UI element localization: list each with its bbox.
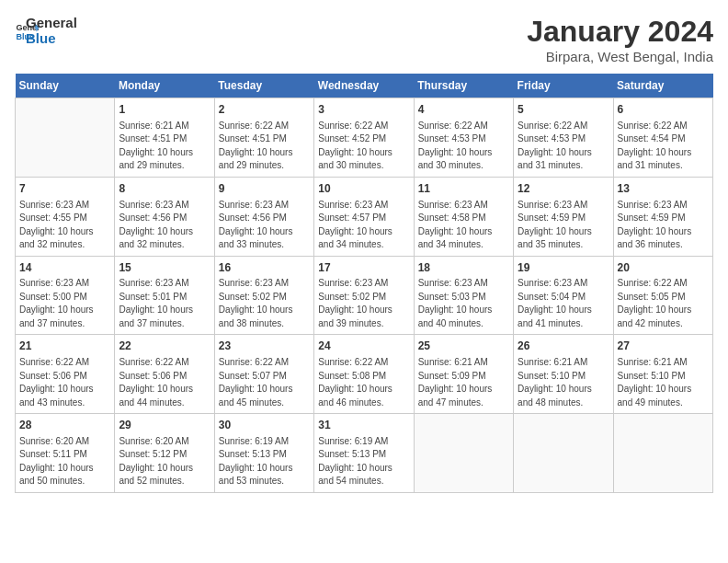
day-number: 18 [418, 260, 509, 276]
calendar-cell [514, 414, 613, 493]
calendar-cell: 17Sunrise: 6:23 AM Sunset: 5:02 PM Dayli… [314, 256, 414, 335]
day-number: 12 [518, 181, 609, 197]
calendar-cell: 14Sunrise: 6:23 AM Sunset: 5:00 PM Dayli… [16, 256, 115, 335]
calendar-cell: 22Sunrise: 6:22 AM Sunset: 5:06 PM Dayli… [115, 335, 214, 414]
day-number: 5 [518, 102, 609, 118]
day-number: 2 [219, 102, 310, 118]
day-number: 27 [618, 339, 709, 354]
header-friday: Friday [514, 74, 613, 98]
day-number: 25 [418, 339, 509, 354]
day-info: Sunrise: 6:22 AM Sunset: 5:08 PM Dayligh… [318, 356, 409, 409]
day-info: Sunrise: 6:23 AM Sunset: 5:03 PM Dayligh… [418, 277, 509, 330]
day-number: 30 [219, 418, 310, 433]
header-wednesday: Wednesday [314, 74, 414, 98]
day-number: 22 [119, 339, 210, 354]
calendar-cell [414, 414, 513, 493]
day-number: 11 [418, 181, 509, 197]
day-info: Sunrise: 6:22 AM Sunset: 5:06 PM Dayligh… [119, 356, 210, 409]
day-info: Sunrise: 6:23 AM Sunset: 4:56 PM Dayligh… [219, 199, 310, 252]
calendar-cell: 15Sunrise: 6:23 AM Sunset: 5:01 PM Dayli… [115, 256, 214, 335]
week-row-2: 14Sunrise: 6:23 AM Sunset: 5:00 PM Dayli… [16, 256, 713, 335]
day-info: Sunrise: 6:23 AM Sunset: 5:04 PM Dayligh… [518, 277, 609, 330]
day-info: Sunrise: 6:19 AM Sunset: 5:13 PM Dayligh… [219, 435, 310, 488]
calendar-cell: 9Sunrise: 6:23 AM Sunset: 4:56 PM Daylig… [214, 177, 313, 256]
calendar-cell: 24Sunrise: 6:22 AM Sunset: 5:08 PM Dayli… [314, 335, 414, 414]
calendar-cell: 29Sunrise: 6:20 AM Sunset: 5:12 PM Dayli… [115, 414, 214, 493]
day-info: Sunrise: 6:23 AM Sunset: 4:59 PM Dayligh… [618, 199, 709, 252]
day-number: 1 [119, 102, 210, 118]
calendar-cell: 26Sunrise: 6:21 AM Sunset: 5:10 PM Dayli… [514, 335, 613, 414]
calendar-cell: 16Sunrise: 6:23 AM Sunset: 5:02 PM Dayli… [214, 256, 313, 335]
day-info: Sunrise: 6:21 AM Sunset: 5:10 PM Dayligh… [618, 356, 709, 409]
day-number: 29 [119, 418, 210, 433]
day-number: 3 [318, 102, 409, 118]
day-number: 28 [19, 418, 110, 433]
day-info: Sunrise: 6:23 AM Sunset: 4:59 PM Dayligh… [518, 199, 609, 252]
day-number: 9 [219, 181, 310, 197]
day-number: 6 [618, 102, 709, 118]
calendar-cell: 5Sunrise: 6:22 AM Sunset: 4:53 PM Daylig… [514, 98, 613, 178]
day-info: Sunrise: 6:22 AM Sunset: 5:05 PM Dayligh… [618, 277, 709, 330]
header-tuesday: Tuesday [214, 74, 313, 98]
calendar-cell: 1Sunrise: 6:21 AM Sunset: 4:51 PM Daylig… [115, 98, 214, 178]
calendar-cell: 30Sunrise: 6:19 AM Sunset: 5:13 PM Dayli… [214, 414, 313, 493]
calendar-cell: 20Sunrise: 6:22 AM Sunset: 5:05 PM Dayli… [613, 256, 712, 335]
calendar-cell: 6Sunrise: 6:22 AM Sunset: 4:54 PM Daylig… [613, 98, 712, 178]
calendar-cell: 4Sunrise: 6:22 AM Sunset: 4:53 PM Daylig… [414, 98, 513, 178]
calendar-cell: 13Sunrise: 6:23 AM Sunset: 4:59 PM Dayli… [613, 177, 712, 256]
header-sunday: Sunday [16, 74, 115, 98]
calendar-cell: 8Sunrise: 6:23 AM Sunset: 4:56 PM Daylig… [115, 177, 214, 256]
day-info: Sunrise: 6:19 AM Sunset: 5:13 PM Dayligh… [318, 435, 409, 488]
calendar-cell: 2Sunrise: 6:22 AM Sunset: 4:51 PM Daylig… [214, 98, 313, 178]
day-number: 24 [318, 339, 409, 354]
month-title: January 2024 [527, 15, 713, 49]
calendar-table: SundayMondayTuesdayWednesdayThursdayFrid… [15, 74, 713, 493]
day-number: 26 [518, 339, 609, 354]
day-number: 23 [219, 339, 310, 354]
day-info: Sunrise: 6:22 AM Sunset: 4:53 PM Dayligh… [418, 120, 509, 173]
day-info: Sunrise: 6:23 AM Sunset: 5:00 PM Dayligh… [19, 277, 110, 330]
calendar-cell [613, 414, 712, 493]
title-block: January 2024 Birpara, West Bengal, India [527, 15, 713, 64]
day-number: 19 [518, 260, 609, 276]
calendar-cell: 28Sunrise: 6:20 AM Sunset: 5:11 PM Dayli… [16, 414, 115, 493]
calendar-header: SundayMondayTuesdayWednesdayThursdayFrid… [16, 74, 713, 98]
calendar-cell: 25Sunrise: 6:21 AM Sunset: 5:09 PM Dayli… [414, 335, 513, 414]
calendar-cell: 21Sunrise: 6:22 AM Sunset: 5:06 PM Dayli… [16, 335, 115, 414]
day-number: 20 [618, 260, 709, 276]
location-subtitle: Birpara, West Bengal, India [527, 49, 713, 64]
day-number: 21 [19, 339, 110, 354]
day-number: 16 [219, 260, 310, 276]
day-number: 7 [19, 181, 110, 197]
day-info: Sunrise: 6:20 AM Sunset: 5:11 PM Dayligh… [19, 435, 110, 488]
calendar-cell: 31Sunrise: 6:19 AM Sunset: 5:13 PM Dayli… [314, 414, 414, 493]
week-row-3: 21Sunrise: 6:22 AM Sunset: 5:06 PM Dayli… [16, 335, 713, 414]
calendar-cell: 23Sunrise: 6:22 AM Sunset: 5:07 PM Dayli… [214, 335, 313, 414]
calendar-cell: 18Sunrise: 6:23 AM Sunset: 5:03 PM Dayli… [414, 256, 513, 335]
week-row-1: 7Sunrise: 6:23 AM Sunset: 4:55 PM Daylig… [16, 177, 713, 256]
calendar-cell: 3Sunrise: 6:22 AM Sunset: 4:52 PM Daylig… [314, 98, 414, 178]
week-row-0: 1Sunrise: 6:21 AM Sunset: 4:51 PM Daylig… [16, 98, 713, 178]
day-number: 17 [318, 260, 409, 276]
day-info: Sunrise: 6:20 AM Sunset: 5:12 PM Dayligh… [119, 435, 210, 488]
day-number: 10 [318, 181, 409, 197]
header-saturday: Saturday [613, 74, 712, 98]
header-row: SundayMondayTuesdayWednesdayThursdayFrid… [16, 74, 713, 98]
day-number: 13 [618, 181, 709, 197]
day-info: Sunrise: 6:23 AM Sunset: 5:01 PM Dayligh… [119, 277, 210, 330]
day-info: Sunrise: 6:23 AM Sunset: 4:58 PM Dayligh… [418, 199, 509, 252]
day-info: Sunrise: 6:21 AM Sunset: 5:10 PM Dayligh… [518, 356, 609, 409]
day-number: 14 [19, 260, 110, 276]
calendar-body: 1Sunrise: 6:21 AM Sunset: 4:51 PM Daylig… [16, 98, 713, 493]
calendar-cell: 19Sunrise: 6:23 AM Sunset: 5:04 PM Dayli… [514, 256, 613, 335]
calendar-cell [16, 98, 115, 178]
logo: General Blue General Blue [15, 15, 77, 46]
day-info: Sunrise: 6:23 AM Sunset: 4:56 PM Dayligh… [119, 199, 210, 252]
day-info: Sunrise: 6:23 AM Sunset: 4:55 PM Dayligh… [19, 199, 110, 252]
day-info: Sunrise: 6:23 AM Sunset: 5:02 PM Dayligh… [219, 277, 310, 330]
calendar-cell: 10Sunrise: 6:23 AM Sunset: 4:57 PM Dayli… [314, 177, 414, 256]
day-number: 4 [418, 102, 509, 118]
calendar-cell: 12Sunrise: 6:23 AM Sunset: 4:59 PM Dayli… [514, 177, 613, 256]
day-info: Sunrise: 6:22 AM Sunset: 4:52 PM Dayligh… [318, 120, 409, 173]
page-header: General Blue General Blue January 2024 B… [15, 15, 713, 64]
